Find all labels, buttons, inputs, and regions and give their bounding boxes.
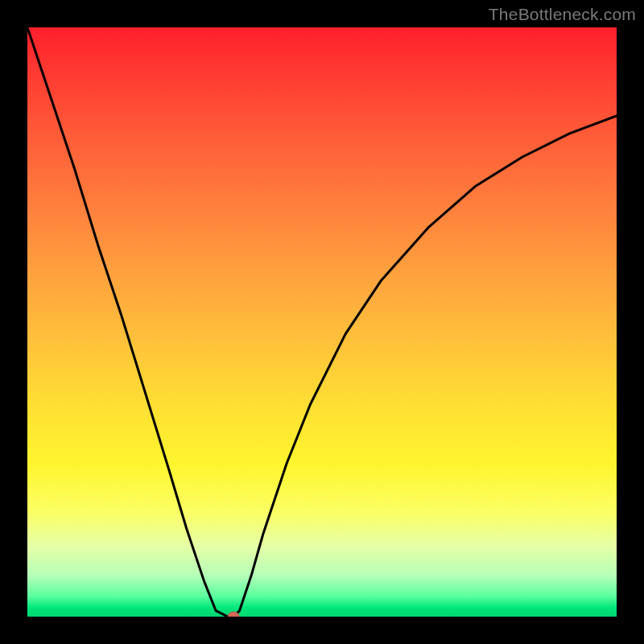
bottleneck-curve xyxy=(27,27,617,617)
chart-svg xyxy=(27,27,617,617)
watermark-text: TheBottleneck.com xyxy=(489,5,636,24)
chart-frame: TheBottleneck.com xyxy=(0,0,644,644)
plot-area xyxy=(27,27,617,617)
